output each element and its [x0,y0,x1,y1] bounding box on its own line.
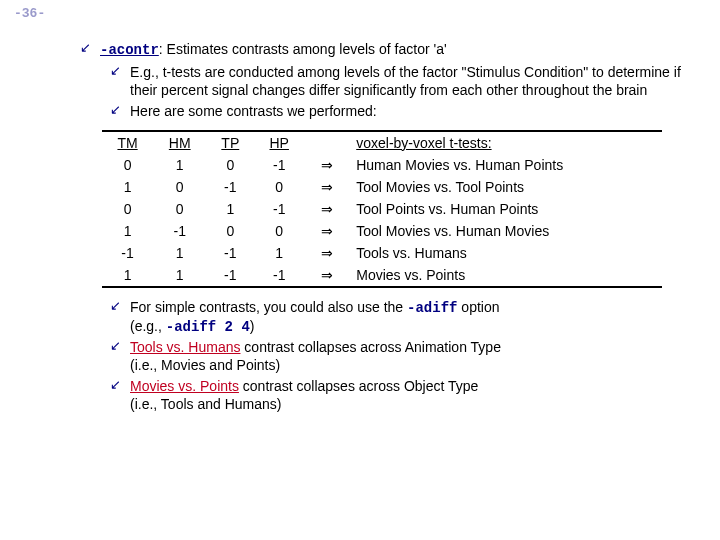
cell-tm: 0 [102,154,153,176]
after1-c-code: -adiff 2 4 [166,319,250,335]
sub-bullets: ↙ E.g., t-tests are conducted among leve… [110,63,690,120]
cell-tm: 0 [102,198,153,220]
cell-desc: Tools vs. Humans [350,242,662,264]
implies-icon: ⇒ [304,154,350,176]
table-row: 10-10⇒Tool Movies vs. Tool Points [102,176,662,198]
cell-tm: 1 [102,264,153,287]
table-row: -11-11⇒Tools vs. Humans [102,242,662,264]
table-body: 010-1⇒Human Movies vs. Human Points10-10… [102,154,662,287]
cell-tm: -1 [102,242,153,264]
after-bullet-1: ↙ For simple contrasts, you could also u… [110,298,690,336]
cell-tm: 1 [102,176,153,198]
cell-tp: 0 [206,154,254,176]
implies-icon: ⇒ [304,176,350,198]
th-hm: HM [153,131,206,154]
after1-a: For simple contrasts, you could also use… [130,299,407,315]
implies-icon: ⇒ [304,242,350,264]
after-text-1: For simple contrasts, you could also use… [130,298,500,336]
after3-b: contrast collapses across Object Type [239,378,478,394]
after2-c: (i.e., Movies and Points) [130,357,280,373]
after-bullets: ↙ For simple contrasts, you could also u… [110,298,690,413]
sub-text-1: E.g., t-tests are conducted among levels… [130,63,690,99]
bullet-arrow-icon: ↙ [110,298,130,315]
after2-b: contrast collapses across Animation Type [240,339,500,355]
cell-hp: 1 [254,242,304,264]
implies-icon: ⇒ [304,264,350,287]
after-text-3: Movies vs. Points contrast collapses acr… [130,377,478,413]
after2-a: Tools vs. Humans [130,339,240,355]
bullet-arrow-icon: ↙ [110,63,130,80]
cell-hp: 0 [254,220,304,242]
th-empty [304,131,350,154]
acontr-text: -acontr: Estimates contrasts among level… [100,40,447,59]
after1-c-post: ) [250,318,255,334]
slide-page: -36- ↙ -acontr: Estimates contrasts amon… [0,0,720,540]
cell-hm: 1 [153,154,206,176]
cell-hm: 1 [153,242,206,264]
after-text-2: Tools vs. Humans contrast collapses acro… [130,338,501,374]
cell-desc: Movies vs. Points [350,264,662,287]
after1-b: option [457,299,499,315]
cell-tp: 1 [206,198,254,220]
sub-bullet-2: ↙ Here are some contrasts we performed: [110,102,690,120]
cell-tm: 1 [102,220,153,242]
cell-hp: -1 [254,264,304,287]
cell-desc: Human Movies vs. Human Points [350,154,662,176]
after-bullet-2: ↙ Tools vs. Humans contrast collapses ac… [110,338,690,374]
implies-icon: ⇒ [304,198,350,220]
page-number: -36- [14,6,45,21]
cell-hm: 1 [153,264,206,287]
bullet-arrow-icon: ↙ [110,102,130,119]
bullet-arrow-icon: ↙ [110,338,130,355]
cell-tp: 0 [206,220,254,242]
after-bullet-3: ↙ Movies vs. Points contrast collapses a… [110,377,690,413]
table-header-row: TM HM TP HP voxel-by-voxel t-tests: [102,131,662,154]
content-area: ↙ -acontr: Estimates contrasts among lev… [80,40,690,415]
cell-desc: Tool Points vs. Human Points [350,198,662,220]
th-tm: TM [102,131,153,154]
cell-tp: -1 [206,176,254,198]
after3-c: (i.e., Tools and Humans) [130,396,281,412]
cell-hm: 0 [153,176,206,198]
cell-desc: Tool Movies vs. Human Movies [350,220,662,242]
cell-hm: 0 [153,198,206,220]
acontr-rest: : Estimates contrasts among levels of fa… [159,41,447,57]
table-row: 001-1⇒Tool Points vs. Human Points [102,198,662,220]
after1-code: -adiff [407,300,457,316]
after1-c-pre: (e.g., [130,318,166,334]
implies-icon: ⇒ [304,220,350,242]
bullet-arrow-icon: ↙ [80,40,100,57]
th-tp: TP [206,131,254,154]
table-row: 010-1⇒Human Movies vs. Human Points [102,154,662,176]
th-desc: voxel-by-voxel t-tests: [350,131,662,154]
cell-tp: -1 [206,264,254,287]
acontr-code: -acontr [100,42,159,58]
after3-a: Movies vs. Points [130,378,239,394]
cell-hp: 0 [254,176,304,198]
sub-text-2: Here are some contrasts we performed: [130,102,377,120]
contrast-table: TM HM TP HP voxel-by-voxel t-tests: 010-… [102,130,662,288]
cell-tp: -1 [206,242,254,264]
th-hp: HP [254,131,304,154]
bullet-acontr: ↙ -acontr: Estimates contrasts among lev… [80,40,690,59]
cell-desc: Tool Movies vs. Tool Points [350,176,662,198]
table-row: 11-1-1⇒Movies vs. Points [102,264,662,287]
cell-hm: -1 [153,220,206,242]
cell-hp: -1 [254,154,304,176]
sub-bullet-1: ↙ E.g., t-tests are conducted among leve… [110,63,690,99]
bullet-arrow-icon: ↙ [110,377,130,394]
cell-hp: -1 [254,198,304,220]
table-row: 1-100⇒Tool Movies vs. Human Movies [102,220,662,242]
